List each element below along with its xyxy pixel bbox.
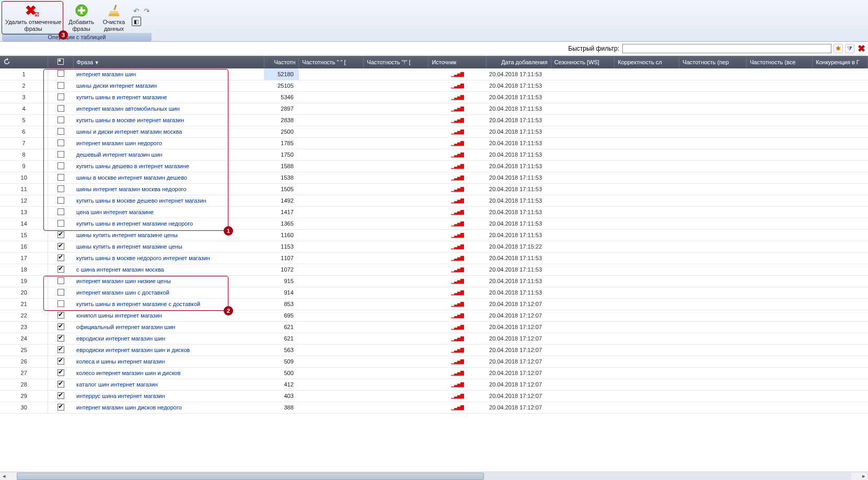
table-row[interactable]: 22юнипол шины интернет магазин695▁▃▅▇20.…: [0, 310, 868, 321]
cell-phrase[interactable]: купить шины в интернет магазине: [73, 91, 264, 103]
header-freq-per[interactable]: Частотность (пер: [679, 56, 747, 68]
filter-funnel-button[interactable]: ⧩: [845, 44, 854, 53]
cell-phrase[interactable]: шины интернет магазин москва недорого: [73, 183, 264, 195]
header-season[interactable]: Сезонность [WS]: [551, 56, 615, 68]
filter-regex-button[interactable]: ✱: [834, 44, 843, 53]
cell-phrase[interactable]: колеса и шины интернет магазин: [73, 356, 264, 367]
row-checkbox-cell[interactable]: [48, 195, 73, 206]
row-checkbox[interactable]: [57, 266, 64, 273]
select-all-checkbox[interactable]: [57, 58, 64, 65]
cell-phrase[interactable]: дешевый интернет магазин шин: [73, 149, 264, 160]
cell-phrase[interactable]: купить шины в интернет магазине с достав…: [73, 298, 264, 310]
grid-settings-button[interactable]: ◧: [132, 17, 141, 26]
table-row[interactable]: 5купить шины в москве интернет магазин28…: [0, 114, 868, 126]
cell-phrase[interactable]: интернет магазин автомобильных шин: [73, 103, 264, 114]
header-freq[interactable]: Частотн: [264, 56, 299, 68]
row-checkbox[interactable]: [57, 231, 64, 238]
header-refresh[interactable]: [0, 56, 48, 68]
row-checkbox[interactable]: [57, 105, 64, 112]
row-checkbox[interactable]: [57, 139, 64, 146]
row-checkbox-cell[interactable]: [48, 367, 73, 379]
row-checkbox-cell[interactable]: [48, 172, 73, 183]
table-row[interactable]: 1интернет магазин шин52180▁▃▅▇20.04.2018…: [0, 68, 868, 80]
cell-phrase[interactable]: купить шины в москве недорого интернет м…: [73, 252, 264, 264]
scroll-thumb[interactable]: [17, 473, 484, 480]
row-checkbox-cell[interactable]: [48, 252, 73, 264]
table-row[interactable]: 2шины диски интернет магазин25105▁▃▅▇20.…: [0, 80, 868, 91]
undo-button[interactable]: ↶: [132, 6, 141, 16]
header-freq3[interactable]: Частотность "!" [: [364, 56, 429, 68]
row-checkbox-cell[interactable]: [48, 356, 73, 367]
row-checkbox[interactable]: [57, 300, 64, 307]
row-checkbox-cell[interactable]: [48, 229, 73, 241]
scroll-left-button[interactable]: ◂: [0, 472, 8, 481]
row-checkbox[interactable]: [57, 346, 64, 353]
table-row[interactable]: 15шины купить интернет магазине цены1160…: [0, 229, 868, 241]
row-checkbox-cell[interactable]: [48, 218, 73, 229]
header-freq-all[interactable]: Частотность (все: [746, 56, 812, 68]
row-checkbox[interactable]: [57, 70, 64, 77]
cell-phrase[interactable]: шины диски интернет магазин: [73, 80, 264, 91]
header-correct[interactable]: Корректность сл: [615, 56, 679, 68]
cell-phrase[interactable]: интернет магазин шин с доставкой: [73, 287, 264, 298]
scroll-right-button[interactable]: ▸: [860, 472, 868, 481]
table-row[interactable]: 29интеррус шина интернет магазин403▁▃▅▇2…: [0, 390, 868, 402]
row-checkbox[interactable]: [57, 82, 64, 89]
row-checkbox[interactable]: [57, 174, 64, 181]
cell-phrase[interactable]: с шина интернет магазин москва: [73, 264, 264, 275]
cell-phrase[interactable]: каталог шин интернет магазин: [73, 379, 264, 390]
row-checkbox-cell[interactable]: [48, 275, 73, 287]
table-row[interactable]: 27колесо интернет магазин шин и дисков50…: [0, 367, 868, 379]
row-checkbox-cell[interactable]: [48, 103, 73, 114]
table-row[interactable]: 4интернет магазин автомобильных шин2897▁…: [0, 103, 868, 114]
cell-phrase[interactable]: шины купить в интернет магазине цены: [73, 241, 264, 252]
row-checkbox[interactable]: [57, 323, 64, 330]
row-checkbox[interactable]: [57, 392, 64, 399]
add-phrases-button[interactable]: Добавить фразы: [65, 2, 97, 32]
table-row[interactable]: 11шины интернет магазин москва недорого1…: [0, 183, 868, 195]
table-row[interactable]: 25евродиски интернет магазин шин и диско…: [0, 344, 868, 356]
row-checkbox[interactable]: [57, 289, 64, 296]
header-date[interactable]: Дата добавления: [486, 56, 551, 68]
row-checkbox[interactable]: [57, 116, 64, 123]
cell-phrase[interactable]: шины купить интернет магазине цены: [73, 229, 264, 241]
row-checkbox-cell[interactable]: [48, 206, 73, 218]
row-checkbox[interactable]: [57, 312, 64, 319]
row-checkbox-cell[interactable]: [48, 80, 73, 91]
cell-phrase[interactable]: интернет магазин шин дисков недорого: [73, 402, 264, 413]
row-checkbox[interactable]: [57, 277, 64, 284]
table-row[interactable]: 18с шина интернет магазин москва1072▁▃▅▇…: [0, 264, 868, 275]
table-row[interactable]: 24евродиски интернет магазин шин621▁▃▅▇2…: [0, 333, 868, 344]
row-checkbox-cell[interactable]: [48, 310, 73, 321]
row-checkbox-cell[interactable]: [48, 379, 73, 390]
cell-phrase[interactable]: интеррус шина интернет магазин: [73, 390, 264, 402]
row-checkbox-cell[interactable]: [48, 390, 73, 402]
table-row[interactable]: 26колеса и шины интернет магазин509▁▃▅▇2…: [0, 356, 868, 367]
table-row[interactable]: 16шины купить в интернет магазине цены11…: [0, 241, 868, 252]
cell-phrase[interactable]: купить шины дешево в интернет магазине: [73, 160, 264, 172]
row-checkbox-cell[interactable]: [48, 344, 73, 356]
row-checkbox-cell[interactable]: [48, 137, 73, 149]
cell-phrase[interactable]: евродиски интернет магазин шин: [73, 333, 264, 344]
clean-data-button[interactable]: Очистка данных: [98, 2, 130, 32]
header-phrase[interactable]: Фраза: [73, 56, 264, 68]
table-row[interactable]: 17купить шины в москве недорого интернет…: [0, 252, 868, 264]
table-row[interactable]: 12купить шины в москве дешево интернет м…: [0, 195, 868, 206]
row-checkbox-cell[interactable]: [48, 333, 73, 344]
horizontal-scrollbar[interactable]: ◂ ▸: [0, 472, 868, 480]
cell-phrase[interactable]: евродиски интернет магазин шин и дисков: [73, 344, 264, 356]
row-checkbox-cell[interactable]: [48, 91, 73, 103]
cell-phrase[interactable]: юнипол шины интернет магазин: [73, 310, 264, 321]
table-row[interactable]: 21купить шины в интернет магазине с дост…: [0, 298, 868, 310]
header-checkbox[interactable]: [48, 56, 73, 68]
header-compete[interactable]: Конкуренция в Г: [813, 56, 868, 68]
table-row[interactable]: 19интернет магазин шин низкие цены915▁▃▅…: [0, 275, 868, 287]
table-row[interactable]: 13цена шин интернет магазине1417▁▃▅▇20.0…: [0, 206, 868, 218]
quick-filter-input[interactable]: [622, 44, 831, 53]
table-row[interactable]: 7интернет магазин шин недорого1785▁▃▅▇20…: [0, 137, 868, 149]
table-row[interactable]: 9купить шины дешево в интернет магазине1…: [0, 160, 868, 172]
table-row[interactable]: 23официальный интернет магазин шин621▁▃▅…: [0, 321, 868, 333]
row-checkbox-cell[interactable]: [48, 287, 73, 298]
row-checkbox-cell[interactable]: [48, 402, 73, 413]
table-row[interactable]: 14купить шины в интернет магазине недоро…: [0, 218, 868, 229]
